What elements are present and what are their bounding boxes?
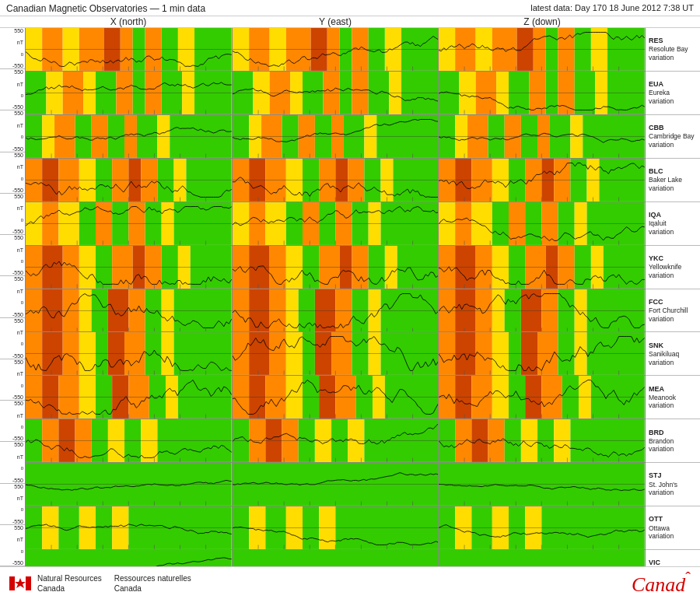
- chart-cell-col2-row6: [439, 289, 645, 333]
- panel-columns: RESResolute BayvariationEUAEurekavariati…: [25, 28, 700, 566]
- chart-cell-col0-row8: [26, 376, 232, 419]
- station-label-fcc: FCCFort Churchillvariation: [646, 289, 700, 333]
- station-label-mea: MEAMeanookvariation: [646, 376, 700, 419]
- y-axis-cell: 550nT0-550: [0, 28, 25, 69]
- chart-col-1: [233, 28, 439, 566]
- chart-cell-col2-row5: [439, 246, 645, 289]
- y-axis-cell: 550nT0-550: [0, 401, 25, 442]
- main-container: Canadian Magnetic Observatories — 1 min …: [0, 0, 700, 599]
- chart-cell-col0-row9: [26, 419, 232, 463]
- svg-rect-207: [26, 550, 232, 566]
- chart-cell-col1-row12: [233, 550, 439, 566]
- y-axis-cell: 550nT0-550: [0, 525, 25, 566]
- col-header-y: Y (east): [232, 16, 439, 27]
- svg-rect-648: [9, 576, 15, 590]
- chart-cell-col2-row9: [439, 419, 645, 463]
- nrc-en: Natural Resources: [37, 573, 102, 583]
- chart-cell-col0-row7: [26, 332, 232, 376]
- y-axis-cell: 550nT0-550: [0, 318, 25, 359]
- y-axis-cell: 550nT0-550: [0, 194, 25, 235]
- station-label-eua: EUAEurekavariation: [646, 72, 700, 115]
- station-label-iqa: IQAIqaluitvariation: [646, 202, 700, 246]
- chart-cell-col1-row3: [233, 159, 439, 202]
- chart-cell-col0-row1: [26, 72, 232, 115]
- chart-cell-col1-row10: [233, 463, 439, 506]
- chart-cell-col1-row5: [233, 246, 439, 289]
- station-label-blc: BLCBaker Lakevariation: [646, 159, 700, 202]
- col-header-z: Z (down): [439, 16, 646, 27]
- chart-cell-col1-row7: [233, 332, 439, 376]
- station-label-ott: OTTOttawavariation: [646, 506, 700, 550]
- chart-cell-col1-row11: [233, 506, 439, 550]
- canada-flag-icon: [9, 576, 31, 590]
- station-label-ykc: YKCYellowknifevariation: [646, 246, 700, 289]
- chart-cell-col2-row10: [439, 463, 645, 506]
- nrc-en2: Canada: [37, 583, 102, 594]
- y-axis-cell: 550nT0-550: [0, 484, 25, 525]
- svg-rect-639: [439, 550, 645, 566]
- chart-cell-col0-row5: [26, 246, 232, 289]
- chart-cell-col0-row10: [26, 463, 232, 506]
- chart-cell-col2-row0: [439, 28, 645, 72]
- chart-cell-col1-row2: [233, 115, 439, 159]
- header-title: Canadian Magnetic Observatories — 1 min …: [6, 3, 205, 14]
- y-axis-cell: 550nT0-550: [0, 69, 25, 110]
- chart-cell-col2-row2: [439, 115, 645, 159]
- chart-cell-col0-row4: [26, 202, 232, 246]
- y-axis-cell: 550nT0-550: [0, 359, 25, 401]
- canada-wordmark: Canadˆ: [632, 569, 691, 597]
- station-label-res: RESResolute Bayvariation: [646, 28, 700, 72]
- station-label-cbb: CBBCambridge Bayvariation: [646, 115, 700, 159]
- nrc-text: Natural Resources Canada: [37, 573, 102, 594]
- nrc-fr: Ressources naturelles: [114, 573, 191, 583]
- y-axis-cell: 550nT0-550: [0, 442, 25, 483]
- station-label-stj: STJSt. John'svariation: [646, 463, 700, 506]
- chart-col-0: [25, 28, 233, 566]
- chart-cell-col0-row6: [26, 289, 232, 333]
- chart-cell-col1-row1: [233, 72, 439, 115]
- chart-grid: RESResolute BayvariationEUAEurekavariati…: [25, 28, 700, 566]
- chart-cell-col2-row8: [439, 376, 645, 419]
- y-axis-cell: 550nT0-550: [0, 235, 25, 276]
- column-headers: X (north) Y (east) Z (down): [0, 16, 700, 28]
- station-label-snk: SNKSanikiluaqvariation: [646, 332, 700, 376]
- charts-wrapper: 550nT0-550550nT0-550550nT0-550550nT0-550…: [0, 28, 700, 566]
- chart-cell-col0-row2: [26, 115, 232, 159]
- station-label-brd: BRDBrandonvariation: [646, 419, 700, 463]
- chart-cell-col1-row9: [233, 419, 439, 463]
- footer-left: Natural Resources Canada Ressources natu…: [9, 573, 191, 594]
- chart-cell-col0-row0: [26, 28, 232, 72]
- y-axis-cell: 550nT0-550: [0, 152, 25, 194]
- chart-cell-col2-row7: [439, 332, 645, 376]
- chart-col-2: [439, 28, 646, 566]
- col-header-x: X (north): [25, 16, 232, 27]
- footer: Natural Resources Canada Ressources natu…: [0, 566, 700, 599]
- nrc-fr2: Canada: [114, 583, 191, 594]
- header-latest: latest data: Day 170 18 June 2012 7:38 U…: [530, 3, 694, 12]
- y-axis-cell: 550nT0-550: [0, 110, 25, 152]
- chart-cell-col0-row3: [26, 159, 232, 202]
- chart-cell-col2-row4: [439, 202, 645, 246]
- y-axis-cell: 550nT0-550: [0, 276, 25, 317]
- chart-cell-col2-row11: [439, 506, 645, 550]
- chart-cell-col1-row8: [233, 376, 439, 419]
- station-labels-column: RESResolute BayvariationEUAEurekavariati…: [646, 28, 700, 566]
- chart-cell-col0-row11: [26, 506, 232, 550]
- chart-cell-col2-row1: [439, 72, 645, 115]
- svg-rect-423: [233, 550, 439, 566]
- station-label-vic: VICVictoriavariation: [646, 550, 700, 566]
- chart-cell-col1-row0: [233, 28, 439, 72]
- title-text: Canadian Magnetic Observatories — 1 min …: [6, 3, 205, 14]
- y-axis-column: 550nT0-550550nT0-550550nT0-550550nT0-550…: [0, 28, 25, 566]
- chart-cell-col1-row4: [233, 202, 439, 246]
- chart-cell-col2-row3: [439, 159, 645, 202]
- latest-data-text: latest data: Day 170 18 June 2012 7:38 U…: [530, 3, 694, 12]
- chart-cell-col2-row12: [439, 550, 645, 566]
- header: Canadian Magnetic Observatories — 1 min …: [0, 0, 700, 16]
- chart-cell-col0-row12: [26, 550, 232, 566]
- chart-cell-col1-row6: [233, 289, 439, 333]
- svg-rect-650: [26, 576, 31, 590]
- nrc-fr-text: Ressources naturelles Canada: [114, 573, 191, 594]
